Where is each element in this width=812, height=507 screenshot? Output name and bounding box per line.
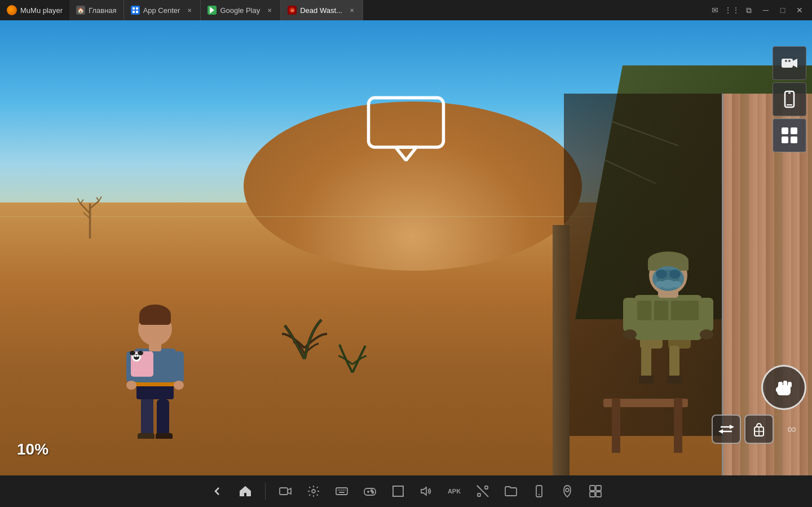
statusbar-folder-button[interactable] <box>499 479 523 503</box>
svg-point-62 <box>672 281 681 288</box>
right-toolbar <box>767 41 812 152</box>
statusbar-volume-button[interactable] <box>414 479 438 503</box>
svg-rect-89 <box>280 488 288 495</box>
statusbar-multiwindow-button[interactable] <box>584 479 607 503</box>
nav-home-button[interactable] <box>233 479 257 503</box>
statusbar-resize-button[interactable] <box>386 479 410 503</box>
titlebar: MuMu player 🏠 Главная App Center ✕ Googl… <box>0 0 812 20</box>
svg-rect-79 <box>783 381 787 387</box>
svg-marker-85 <box>718 429 723 434</box>
svg-line-8 <box>81 204 90 214</box>
plant-right <box>338 333 367 375</box>
infinity-label: ∞ <box>777 415 806 444</box>
svg-point-69 <box>788 60 791 62</box>
backpack-button[interactable] <box>744 415 774 444</box>
tab-deadwaste-label: Dead Wast... <box>300 6 342 15</box>
statusbar-keyboard-button[interactable] <box>330 479 354 503</box>
svg-rect-1 <box>136 7 138 10</box>
statusbar-settings-button[interactable] <box>302 479 325 503</box>
separator-1 <box>265 483 266 500</box>
svg-line-11 <box>90 201 99 209</box>
svg-rect-108 <box>485 486 488 489</box>
svg-point-33 <box>134 355 136 357</box>
svg-marker-64 <box>396 147 417 160</box>
svg-rect-80 <box>788 382 792 387</box>
tab-deadwaste-close[interactable]: ✕ <box>348 6 356 14</box>
svg-line-10 <box>81 200 83 204</box>
svg-rect-2 <box>133 11 135 13</box>
close-button[interactable]: ✕ <box>792 2 807 18</box>
statusbar-phone-button[interactable] <box>527 479 551 503</box>
svg-point-51 <box>700 329 713 340</box>
tab-deadwaste[interactable]: ☠ Dead Wast... ✕ <box>281 0 363 20</box>
restore-button[interactable]: ⧉ <box>741 2 757 18</box>
svg-point-111 <box>566 488 569 492</box>
mail-button[interactable]: ✉ <box>707 2 723 18</box>
statusbar-video-button[interactable] <box>273 479 297 503</box>
svg-point-35 <box>130 351 135 355</box>
statusbar-location-button[interactable] <box>555 479 579 503</box>
tab-deadwaste-icon: ☠ <box>288 6 297 15</box>
svg-rect-41 <box>639 376 654 383</box>
svg-rect-66 <box>782 59 793 68</box>
tab-home[interactable]: 🏠 Главная <box>69 0 123 20</box>
svg-line-13 <box>96 197 99 201</box>
controls-button[interactable] <box>773 118 806 152</box>
plant-center <box>282 303 327 361</box>
svg-rect-39 <box>641 346 651 380</box>
table-leg-right <box>674 398 682 453</box>
record-button[interactable] <box>773 46 806 80</box>
app-logo: MuMu player <box>0 5 69 15</box>
svg-rect-113 <box>596 486 601 491</box>
svg-rect-49 <box>700 298 713 332</box>
svg-point-91 <box>312 490 315 493</box>
swap-button[interactable] <box>712 415 741 444</box>
app-name: MuMu player <box>20 6 63 15</box>
bottom-icons-row: ∞ <box>712 415 806 444</box>
svg-rect-78 <box>778 382 783 387</box>
svg-point-61 <box>655 281 664 288</box>
statusbar-crop-button[interactable] <box>471 479 495 503</box>
tab-appcenter[interactable]: App Center ✕ <box>124 0 201 20</box>
tab-googleplay-label: Google Play <box>220 6 260 15</box>
tab-googleplay[interactable]: Google Play ✕ <box>201 0 281 20</box>
tent-pole <box>553 225 570 475</box>
svg-point-103 <box>372 492 373 493</box>
statusbar-gamepad-button[interactable] <box>358 479 382 503</box>
svg-point-58 <box>656 270 667 279</box>
tab-googleplay-icon <box>208 6 217 15</box>
nav-back-button[interactable] <box>205 479 229 503</box>
titlebar-actions: ✉ ⋮⋮ ⧉ ─ □ ✕ <box>707 2 812 18</box>
svg-rect-16 <box>157 399 169 439</box>
game-canvas: 10% <box>0 20 812 475</box>
svg-rect-40 <box>669 346 679 380</box>
player-character <box>124 270 186 439</box>
svg-rect-115 <box>596 492 601 497</box>
svg-rect-47 <box>685 301 699 320</box>
svg-line-12 <box>99 197 102 201</box>
loading-percent: 10% <box>17 440 48 458</box>
svg-rect-75 <box>782 136 788 143</box>
game-area[interactable]: 10% <box>0 20 812 475</box>
maximize-button[interactable]: □ <box>775 2 791 18</box>
svg-rect-107 <box>478 493 480 496</box>
fight-button[interactable] <box>761 365 806 410</box>
svg-rect-74 <box>791 127 797 134</box>
statusbar-apk-button[interactable]: APK <box>443 479 466 503</box>
tab-home-label: Главная <box>89 6 116 15</box>
menu-button[interactable]: ⋮⋮ <box>724 2 740 18</box>
svg-rect-44 <box>637 301 651 320</box>
tab-home-icon: 🏠 <box>76 6 85 15</box>
svg-rect-15 <box>141 394 153 439</box>
svg-point-24 <box>126 381 136 390</box>
tab-appcenter-close[interactable]: ✕ <box>186 6 193 14</box>
svg-rect-48 <box>623 298 637 332</box>
npc-character <box>623 236 713 394</box>
minimize-button[interactable]: ─ <box>758 2 774 18</box>
screenshot-button[interactable] <box>773 82 806 116</box>
svg-rect-46 <box>671 301 685 320</box>
tab-googleplay-close[interactable]: ✕ <box>266 6 273 14</box>
svg-rect-23 <box>174 351 184 382</box>
svg-point-32 <box>134 354 139 360</box>
svg-rect-45 <box>654 301 668 320</box>
